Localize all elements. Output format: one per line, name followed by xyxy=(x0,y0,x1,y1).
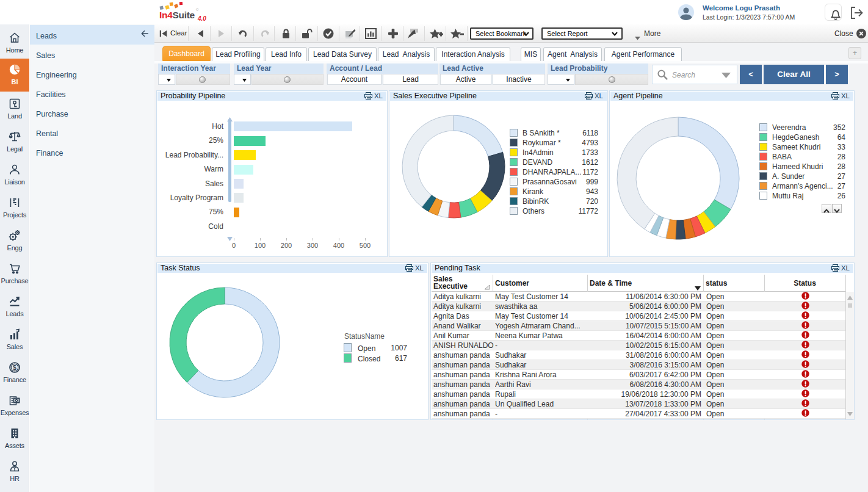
svg-text:$: $ xyxy=(13,364,16,371)
svg-text:In4Suite: In4Suite xyxy=(159,10,195,20)
svg-text:4.0: 4.0 xyxy=(197,15,206,22)
svg-text:©: © xyxy=(196,8,199,12)
